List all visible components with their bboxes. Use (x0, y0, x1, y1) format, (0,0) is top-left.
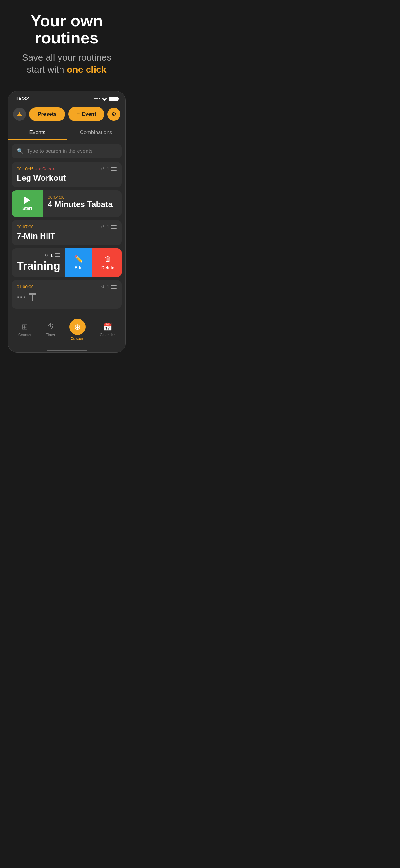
battery-icon (109, 97, 118, 101)
search-placeholder-text: Type to search in the events (27, 148, 93, 154)
delete-icon: 🗑 (104, 255, 111, 263)
event-time-leg: 00:10:45 + < Sets > (17, 166, 55, 172)
delete-action-button[interactable]: 🗑 Delete (92, 248, 122, 277)
sets-text: + < Sets > (35, 166, 55, 172)
repeat-icon-partial: ↺ (101, 284, 105, 289)
counter-label: Counter (18, 333, 32, 337)
event-actions-training: ↺ 1 (45, 253, 60, 258)
status-icons (94, 97, 118, 101)
repeat-count-partial: 1 (107, 284, 109, 289)
event-time-tabata: 00:04:00 (48, 195, 116, 199)
timer-icon: ⏱ (47, 322, 54, 331)
tabata-content: 00:04:00 4 Minutes Tabata (43, 190, 122, 217)
settings-button[interactable]: ⚙ (107, 108, 120, 121)
hero-subtitle-start: Save all your routines (22, 52, 112, 62)
tab-calendar[interactable]: 📅 Calendar (100, 322, 115, 337)
repeat-count-hiit: 1 (107, 224, 109, 229)
event-card-training: ↺ 1 Training ✏️ Edit (12, 248, 122, 277)
start-label: Start (22, 206, 32, 211)
event-meta-hiit: 00:07:00 ↺ 1 (17, 224, 116, 229)
event-card-partial: 01:00:00 ↺ 1 ∙∙∙ T (12, 280, 122, 309)
event-meta-partial: 01:00:00 ↺ 1 (17, 284, 116, 289)
start-button-tabata[interactable]: Start (12, 190, 43, 217)
play-icon (24, 196, 30, 204)
timer-label: Timer (46, 333, 55, 337)
hero-subtitle-highlight: one click (67, 64, 106, 74)
hero-section: Your own routines Save all your routines… (0, 0, 133, 85)
tab-combinations[interactable]: Combinations (67, 125, 125, 140)
edit-label: Edit (74, 265, 82, 270)
drag-handle-hiit[interactable] (111, 225, 116, 229)
repeat-count: 1 (107, 166, 109, 172)
event-name-leg: Leg Workout (17, 173, 116, 183)
delete-label: Delete (101, 265, 114, 270)
custom-label: Custom (71, 337, 85, 341)
wifi-icon (102, 97, 107, 101)
tab-counter[interactable]: ⊞ Counter (18, 322, 32, 337)
repeat-icon: ↺ (101, 166, 105, 172)
training-main: ↺ 1 Training (12, 248, 65, 277)
bottom-tab-bar: ⊞ Counter ⏱ Timer ⊕ Custom 📅 Calendar (8, 315, 125, 347)
hero-subtitle-middle: start with (27, 64, 67, 74)
back-button[interactable] (13, 108, 26, 121)
add-event-button[interactable]: + Event (68, 107, 104, 121)
repeat-count-training: 1 (50, 253, 53, 258)
hero-title: Your own routines (9, 12, 124, 46)
tab-bar: Events Combinations (8, 125, 125, 140)
status-time: 16:32 (15, 96, 29, 102)
event-meta-training: ↺ 1 (17, 253, 60, 258)
tab-custom[interactable]: ⊕ Custom (69, 319, 86, 341)
event-time-partial: 01:00:00 (17, 284, 34, 289)
plus-icon: + (76, 111, 80, 118)
back-icon (17, 112, 22, 116)
phone-mockup: 16:32 Presets + Event ⚙ Events Combinati… (8, 91, 126, 353)
event-name-tabata: 4 Minutes Tabata (48, 199, 116, 209)
event-card-hiit: 00:07:00 ↺ 1 7-Min HIIT (12, 220, 122, 245)
custom-add-button[interactable]: ⊕ (69, 319, 86, 335)
event-name-partial: ∙∙∙ T (17, 291, 116, 304)
repeat-icon-hiit: ↺ (101, 224, 105, 229)
repeat-icon-training: ↺ (45, 253, 48, 258)
drag-handle[interactable] (111, 167, 116, 171)
presets-button[interactable]: Presets (29, 107, 65, 121)
gear-icon: ⚙ (111, 111, 116, 118)
status-bar: 16:32 (8, 91, 125, 104)
event-name-hiit: 7-Min HIIT (17, 231, 116, 241)
custom-plus-icon: ⊕ (74, 323, 81, 331)
drag-handle-training[interactable] (55, 253, 60, 257)
event-meta: 00:10:45 + < Sets > ↺ 1 (17, 166, 116, 172)
add-event-label: Event (82, 111, 96, 117)
tab-events[interactable]: Events (8, 125, 67, 140)
search-icon: 🔍 (17, 148, 24, 155)
event-actions: ↺ 1 (101, 166, 116, 172)
calendar-label: Calendar (100, 333, 115, 337)
event-card-leg-workout: 00:10:45 + < Sets > ↺ 1 Leg Workout (12, 162, 122, 187)
home-indicator (46, 349, 87, 351)
signal-dots-icon (94, 98, 100, 99)
counter-icon: ⊞ (22, 322, 28, 331)
edit-action-button[interactable]: ✏️ Edit (65, 248, 92, 277)
tab-timer[interactable]: ⏱ Timer (46, 322, 55, 337)
event-time-hiit: 00:07:00 (17, 224, 34, 229)
toolbar: Presets + Event ⚙ (8, 104, 125, 125)
swipe-actions: ✏️ Edit 🗑 Delete (65, 248, 122, 277)
event-actions-partial: ↺ 1 (101, 284, 116, 289)
edit-icon: ✏️ (74, 255, 83, 263)
calendar-icon: 📅 (103, 322, 112, 331)
event-actions-hiit: ↺ 1 (101, 224, 116, 229)
event-card-tabata: Start 00:04:00 4 Minutes Tabata (12, 190, 122, 217)
events-list: 00:10:45 + < Sets > ↺ 1 Leg Workout (8, 162, 125, 312)
hero-subtitle: Save all your routines start with one cl… (9, 51, 124, 75)
event-name-training: Training (17, 259, 60, 273)
time-value: 00:10:45 (17, 166, 34, 172)
drag-handle-partial[interactable] (111, 285, 116, 289)
search-bar[interactable]: 🔍 Type to search in the events (12, 144, 122, 158)
